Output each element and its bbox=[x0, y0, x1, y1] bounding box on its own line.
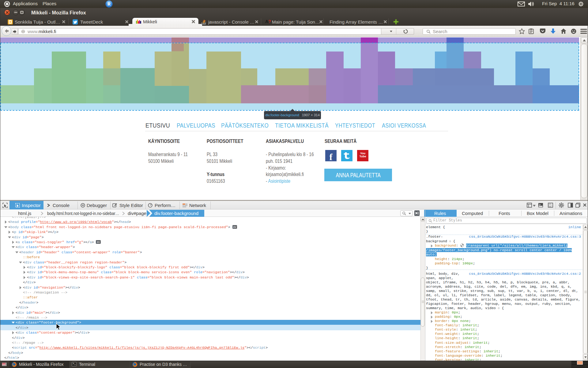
svg-text:R: R bbox=[107, 2, 111, 6]
